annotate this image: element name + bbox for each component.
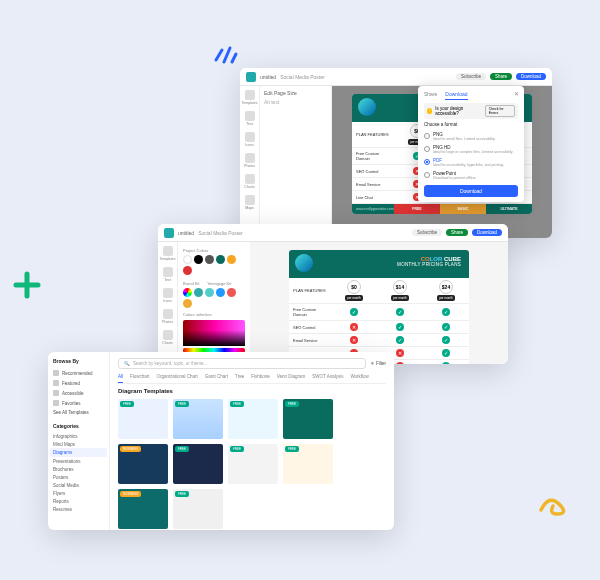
rail-photos[interactable]: Photos bbox=[161, 309, 175, 324]
categories-header: Categories bbox=[53, 423, 104, 429]
rail-charts[interactable]: Charts bbox=[161, 330, 175, 345]
side-panel: Edit Page Size Alt text bbox=[260, 86, 332, 238]
canvas[interactable]: COLOR CUBE MONTHLY PRICING PLANS PLAN FE… bbox=[250, 242, 508, 364]
rail-icons[interactable]: Icons bbox=[243, 132, 257, 147]
cat-diagrams[interactable]: Diagrams bbox=[50, 448, 107, 457]
tab-org[interactable]: Organizational Chart bbox=[157, 374, 198, 383]
swatch[interactable] bbox=[205, 255, 214, 264]
swatch[interactable] bbox=[216, 255, 225, 264]
cat-social[interactable]: Social Media bbox=[53, 481, 104, 489]
editor-window-download: untitled Social Media Poster Subscribe S… bbox=[240, 68, 552, 238]
cat-infographics[interactable]: Infographics bbox=[53, 432, 104, 440]
template-card[interactable]: BUSINESS bbox=[118, 444, 168, 484]
edit-page-size[interactable]: Edit Page Size bbox=[264, 90, 327, 96]
rail-maps[interactable]: Maps bbox=[243, 195, 257, 210]
rail-templates[interactable]: Templates bbox=[243, 90, 257, 105]
check-errors-button[interactable]: Check for Errors bbox=[485, 105, 515, 117]
tab-swot[interactable]: SWOT Analysis bbox=[312, 374, 343, 383]
template-card[interactable]: FREE bbox=[173, 399, 223, 439]
format-png-hd[interactable]: PNG HDIdeal for large or complex files. … bbox=[424, 143, 518, 156]
cat-posters[interactable]: Posters bbox=[53, 473, 104, 481]
cat-brochures[interactable]: Brochures bbox=[53, 465, 104, 473]
left-rail: Templates Text Icons Photos Charts bbox=[158, 242, 178, 364]
color-panel: Project Colors Brand Kit Venngage Kit bbox=[178, 242, 250, 364]
rail-icons[interactable]: Icons bbox=[161, 288, 175, 303]
category-tabs: All Flowchart Organizational Chart Gantt… bbox=[118, 374, 386, 384]
download-confirm-button[interactable]: Download bbox=[424, 185, 518, 197]
rail-text[interactable]: Text bbox=[161, 267, 175, 282]
format-pdf[interactable]: PDFIdeal for accessibility, hyperlinks, … bbox=[424, 156, 518, 169]
cat-reports[interactable]: Reports bbox=[53, 497, 104, 505]
sidebar-featured[interactable]: Featured bbox=[53, 378, 104, 388]
cat-mindmaps[interactable]: Mind Maps bbox=[53, 440, 104, 448]
tab-all[interactable]: All bbox=[118, 374, 123, 383]
editor-window-colors: untitled Social Media Poster Subscribe S… bbox=[158, 224, 508, 364]
sidebar-accessible[interactable]: Accessible bbox=[53, 388, 104, 398]
tab-fishbone[interactable]: Fishbone bbox=[251, 374, 270, 383]
swatch[interactable] bbox=[183, 266, 192, 275]
format-ppt[interactable]: PowerPointDownload to present offline. bbox=[424, 169, 518, 182]
swatch[interactable] bbox=[227, 288, 236, 297]
swatch[interactable] bbox=[227, 255, 236, 264]
subscribe-button[interactable]: Subscribe bbox=[412, 229, 442, 236]
swatch[interactable] bbox=[183, 255, 192, 264]
cat-flyers[interactable]: Flyers bbox=[53, 489, 104, 497]
browse-by-header: Browse By bbox=[53, 358, 104, 364]
template-card[interactable]: FREE bbox=[283, 399, 333, 439]
download-button[interactable]: Download bbox=[472, 229, 502, 236]
subscribe-button[interactable]: Subscribe bbox=[456, 73, 486, 80]
cat-resumes[interactable]: Resumes bbox=[53, 505, 104, 513]
app-logo[interactable] bbox=[246, 72, 256, 82]
rail-photos[interactable]: Photos bbox=[243, 153, 257, 168]
swatch[interactable] bbox=[216, 288, 225, 297]
download-button[interactable]: Download bbox=[516, 73, 546, 80]
app-logo[interactable] bbox=[164, 228, 174, 238]
search-input[interactable]: 🔍 Search by keyword, topic, or theme... bbox=[118, 358, 366, 369]
tab-share[interactable]: Share bbox=[424, 91, 437, 100]
share-button[interactable]: Share bbox=[446, 229, 468, 236]
tab-flowchart[interactable]: Flowchart bbox=[130, 374, 150, 383]
template-card[interactable]: FREE bbox=[118, 399, 168, 439]
rail-templates[interactable]: Templates bbox=[161, 246, 175, 261]
template-card[interactable]: FREE bbox=[283, 444, 333, 484]
swatch[interactable] bbox=[183, 299, 192, 308]
file-name[interactable]: untitled bbox=[260, 74, 276, 80]
canvas[interactable]: COLOR CUBE MONTHLY PRICING PLANS PLAN FE… bbox=[332, 86, 552, 238]
sidebar-recommended[interactable]: Recommended bbox=[53, 368, 104, 378]
template-card[interactable]: FREE bbox=[173, 489, 223, 529]
venngage-kit-label[interactable]: Venngage Kit bbox=[207, 281, 231, 286]
pricing-template[interactable]: COLOR CUBE MONTHLY PRICING PLANS PLAN FE… bbox=[289, 250, 469, 364]
swatch[interactable] bbox=[194, 255, 203, 264]
sidebar-favorites[interactable]: Favorites bbox=[53, 398, 104, 408]
warning-icon: ! bbox=[427, 108, 432, 114]
template-card[interactable]: FREE bbox=[228, 399, 278, 439]
share-button[interactable]: Share bbox=[490, 73, 512, 80]
template-browser-window: Browse By Recommended Featured Accessibl… bbox=[48, 352, 394, 530]
download-modal: ✕ Share Download ! Is your design access… bbox=[418, 86, 524, 202]
tab-gantt[interactable]: Gantt Chart bbox=[205, 374, 228, 383]
color-gradient-picker[interactable] bbox=[183, 320, 245, 346]
cat-presentations[interactable]: Presentations bbox=[53, 457, 104, 465]
decorative-plus bbox=[10, 268, 44, 302]
close-icon[interactable]: ✕ bbox=[514, 90, 519, 97]
color-wheel-icon[interactable] bbox=[183, 288, 192, 297]
filter-button[interactable]: ≡ Filter bbox=[371, 361, 386, 366]
sidebar-see-all[interactable]: See All Templates bbox=[53, 408, 104, 417]
accessibility-check: ! Is your design accessible? Check for E… bbox=[424, 103, 518, 119]
template-card[interactable]: BUSINESS bbox=[118, 489, 168, 529]
left-rail: Templates Text Icons Photos Charts Maps bbox=[240, 86, 260, 238]
brand-kit-label[interactable]: Brand Kit bbox=[183, 281, 199, 286]
format-png[interactable]: PNGIdeal for small files. Limited access… bbox=[424, 130, 518, 143]
template-card[interactable]: FREE bbox=[228, 444, 278, 484]
tab-tree[interactable]: Tree bbox=[235, 374, 244, 383]
swatch[interactable] bbox=[194, 288, 203, 297]
rail-text[interactable]: Text bbox=[243, 111, 257, 126]
tab-download[interactable]: Download bbox=[445, 91, 467, 100]
swatch[interactable] bbox=[205, 288, 214, 297]
alt-text-button[interactable]: Alt text bbox=[264, 99, 327, 105]
color-selection-label: Colour selection bbox=[183, 312, 245, 317]
rail-charts[interactable]: Charts bbox=[243, 174, 257, 189]
template-card[interactable]: FREE bbox=[173, 444, 223, 484]
tab-venn[interactable]: Venn Diagram bbox=[277, 374, 306, 383]
tab-workflow[interactable]: Workflow bbox=[350, 374, 368, 383]
